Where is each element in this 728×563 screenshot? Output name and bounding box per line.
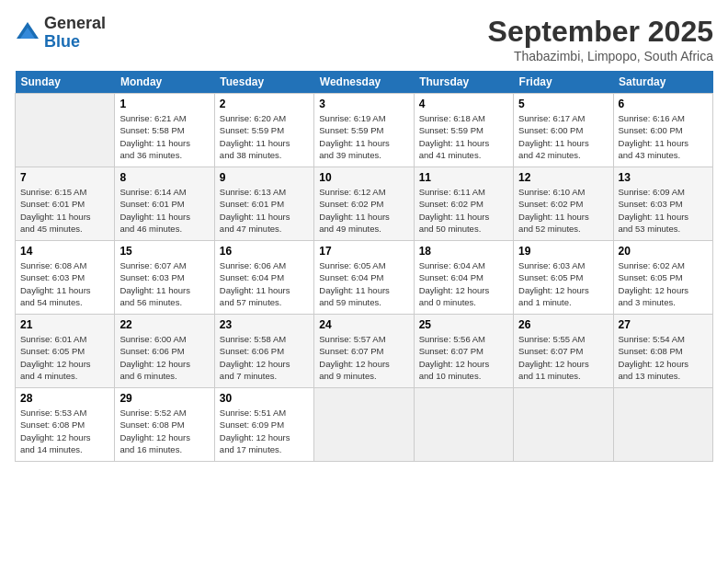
day-info: Sunrise: 6:06 AMSunset: 6:04 PMDaylight:… bbox=[220, 259, 309, 308]
day-number: 4 bbox=[419, 98, 508, 110]
calendar-cell: 5Sunrise: 6:17 AMSunset: 6:00 PMDaylight… bbox=[514, 94, 613, 167]
day-number: 16 bbox=[220, 245, 309, 258]
calendar-week-2: 7Sunrise: 6:15 AMSunset: 6:01 PMDaylight… bbox=[16, 167, 713, 241]
day-number: 17 bbox=[319, 245, 408, 258]
day-info: Sunrise: 6:00 AMSunset: 6:06 PMDaylight:… bbox=[119, 333, 209, 382]
weekday-header-thursday: Thursday bbox=[414, 71, 513, 94]
day-number: 10 bbox=[319, 171, 408, 184]
calendar-cell: 20Sunrise: 6:02 AMSunset: 6:05 PMDayligh… bbox=[613, 241, 712, 315]
logo: General Blue bbox=[15, 15, 106, 52]
day-info: Sunrise: 6:09 AMSunset: 6:03 PMDaylight:… bbox=[619, 186, 708, 235]
weekday-header-friday: Friday bbox=[514, 71, 613, 94]
day-number: 21 bbox=[20, 318, 109, 331]
calendar-cell bbox=[514, 388, 613, 462]
calendar-cell: 25Sunrise: 5:56 AMSunset: 6:07 PMDayligh… bbox=[414, 315, 513, 388]
day-info: Sunrise: 6:08 AMSunset: 6:03 PMDaylight:… bbox=[20, 259, 109, 308]
calendar-cell: 6Sunrise: 6:16 AMSunset: 6:00 PMDaylight… bbox=[613, 94, 712, 167]
day-number: 14 bbox=[20, 245, 109, 258]
calendar-cell: 8Sunrise: 6:14 AMSunset: 6:01 PMDaylight… bbox=[115, 167, 214, 241]
day-number: 3 bbox=[319, 98, 408, 110]
calendar-cell: 18Sunrise: 6:04 AMSunset: 6:04 PMDayligh… bbox=[414, 241, 513, 315]
day-info: Sunrise: 6:19 AMSunset: 5:59 PMDaylight:… bbox=[319, 112, 408, 161]
month-title: September 2025 bbox=[488, 15, 713, 49]
day-info: Sunrise: 6:21 AMSunset: 5:58 PMDaylight:… bbox=[119, 112, 209, 161]
calendar-cell: 23Sunrise: 5:58 AMSunset: 6:06 PMDayligh… bbox=[214, 315, 313, 388]
calendar-cell bbox=[414, 388, 513, 462]
calendar-cell: 3Sunrise: 6:19 AMSunset: 5:59 PMDaylight… bbox=[314, 94, 414, 167]
day-info: Sunrise: 5:52 AMSunset: 6:08 PMDaylight:… bbox=[119, 407, 209, 455]
day-number: 5 bbox=[518, 98, 608, 110]
day-info: Sunrise: 6:14 AMSunset: 6:01 PMDaylight:… bbox=[119, 186, 209, 235]
day-info: Sunrise: 5:53 AMSunset: 6:08 PMDaylight:… bbox=[20, 407, 109, 455]
day-number: 23 bbox=[220, 318, 309, 331]
day-info: Sunrise: 6:07 AMSunset: 6:03 PMDaylight:… bbox=[119, 259, 209, 308]
day-number: 13 bbox=[619, 171, 708, 184]
day-number: 12 bbox=[518, 171, 608, 184]
day-info: Sunrise: 6:16 AMSunset: 6:00 PMDaylight:… bbox=[619, 112, 708, 161]
day-number: 20 bbox=[619, 245, 708, 258]
day-number: 19 bbox=[518, 245, 608, 258]
calendar-cell: 2Sunrise: 6:20 AMSunset: 5:59 PMDaylight… bbox=[214, 94, 313, 167]
calendar-cell: 17Sunrise: 6:05 AMSunset: 6:04 PMDayligh… bbox=[314, 241, 414, 315]
weekday-header-wednesday: Wednesday bbox=[314, 71, 414, 94]
day-number: 9 bbox=[220, 171, 309, 184]
calendar-week-4: 21Sunrise: 6:01 AMSunset: 6:05 PMDayligh… bbox=[16, 315, 713, 388]
calendar-cell: 4Sunrise: 6:18 AMSunset: 5:59 PMDaylight… bbox=[414, 94, 513, 167]
weekday-header-row: SundayMondayTuesdayWednesdayThursdayFrid… bbox=[16, 71, 713, 94]
logo-icon bbox=[15, 20, 40, 46]
day-info: Sunrise: 5:58 AMSunset: 6:06 PMDaylight:… bbox=[220, 333, 309, 382]
day-number: 8 bbox=[119, 171, 209, 184]
day-number: 28 bbox=[20, 392, 109, 405]
day-number: 29 bbox=[119, 392, 209, 405]
calendar-cell: 30Sunrise: 5:51 AMSunset: 6:09 PMDayligh… bbox=[214, 388, 313, 462]
logo-blue-text: Blue bbox=[44, 33, 106, 52]
day-info: Sunrise: 6:18 AMSunset: 5:59 PMDaylight:… bbox=[419, 112, 508, 161]
day-info: Sunrise: 5:56 AMSunset: 6:07 PMDaylight:… bbox=[419, 333, 508, 382]
page-header: General Blue September 2025 Thabazimbi, … bbox=[15, 15, 713, 63]
calendar-table: SundayMondayTuesdayWednesdayThursdayFrid… bbox=[15, 71, 713, 462]
calendar-cell: 11Sunrise: 6:11 AMSunset: 6:02 PMDayligh… bbox=[414, 167, 513, 241]
day-number: 6 bbox=[619, 98, 708, 110]
day-info: Sunrise: 5:55 AMSunset: 6:07 PMDaylight:… bbox=[518, 333, 608, 382]
day-info: Sunrise: 6:05 AMSunset: 6:04 PMDaylight:… bbox=[319, 259, 408, 308]
day-number: 22 bbox=[119, 318, 209, 331]
day-info: Sunrise: 6:02 AMSunset: 6:05 PMDaylight:… bbox=[619, 259, 708, 308]
logo-general-text: General bbox=[44, 15, 106, 33]
day-info: Sunrise: 6:01 AMSunset: 6:05 PMDaylight:… bbox=[20, 333, 109, 382]
calendar-week-5: 28Sunrise: 5:53 AMSunset: 6:08 PMDayligh… bbox=[16, 388, 713, 462]
day-info: Sunrise: 6:04 AMSunset: 6:04 PMDaylight:… bbox=[419, 259, 508, 308]
weekday-header-sunday: Sunday bbox=[16, 71, 115, 94]
day-number: 18 bbox=[419, 245, 508, 258]
day-info: Sunrise: 6:10 AMSunset: 6:02 PMDaylight:… bbox=[518, 186, 608, 235]
weekday-header-saturday: Saturday bbox=[613, 71, 712, 94]
calendar-cell: 22Sunrise: 6:00 AMSunset: 6:06 PMDayligh… bbox=[115, 315, 214, 388]
calendar-cell: 28Sunrise: 5:53 AMSunset: 6:08 PMDayligh… bbox=[16, 388, 115, 462]
calendar-cell: 21Sunrise: 6:01 AMSunset: 6:05 PMDayligh… bbox=[16, 315, 115, 388]
calendar-cell: 12Sunrise: 6:10 AMSunset: 6:02 PMDayligh… bbox=[514, 167, 613, 241]
day-number: 11 bbox=[419, 171, 508, 184]
calendar-cell: 13Sunrise: 6:09 AMSunset: 6:03 PMDayligh… bbox=[613, 167, 712, 241]
calendar-cell: 9Sunrise: 6:13 AMSunset: 6:01 PMDaylight… bbox=[214, 167, 313, 241]
calendar-week-3: 14Sunrise: 6:08 AMSunset: 6:03 PMDayligh… bbox=[16, 241, 713, 315]
calendar-cell bbox=[16, 94, 115, 167]
weekday-header-tuesday: Tuesday bbox=[214, 71, 313, 94]
calendar-cell: 7Sunrise: 6:15 AMSunset: 6:01 PMDaylight… bbox=[16, 167, 115, 241]
day-number: 1 bbox=[119, 98, 209, 110]
day-number: 30 bbox=[220, 392, 309, 405]
day-number: 7 bbox=[20, 171, 109, 184]
calendar-week-1: 1Sunrise: 6:21 AMSunset: 5:58 PMDaylight… bbox=[16, 94, 713, 167]
day-number: 26 bbox=[518, 318, 608, 331]
day-number: 2 bbox=[220, 98, 309, 110]
calendar-cell: 26Sunrise: 5:55 AMSunset: 6:07 PMDayligh… bbox=[514, 315, 613, 388]
day-number: 25 bbox=[419, 318, 508, 331]
day-info: Sunrise: 6:20 AMSunset: 5:59 PMDaylight:… bbox=[220, 112, 309, 161]
day-info: Sunrise: 5:57 AMSunset: 6:07 PMDaylight:… bbox=[319, 333, 408, 382]
calendar-cell: 27Sunrise: 5:54 AMSunset: 6:08 PMDayligh… bbox=[613, 315, 712, 388]
day-info: Sunrise: 6:11 AMSunset: 6:02 PMDaylight:… bbox=[419, 186, 508, 235]
day-info: Sunrise: 5:51 AMSunset: 6:09 PMDaylight:… bbox=[220, 407, 309, 455]
day-number: 15 bbox=[119, 245, 209, 258]
calendar-cell: 15Sunrise: 6:07 AMSunset: 6:03 PMDayligh… bbox=[115, 241, 214, 315]
calendar-cell: 1Sunrise: 6:21 AMSunset: 5:58 PMDaylight… bbox=[115, 94, 214, 167]
weekday-header-monday: Monday bbox=[115, 71, 214, 94]
day-number: 24 bbox=[319, 318, 408, 331]
